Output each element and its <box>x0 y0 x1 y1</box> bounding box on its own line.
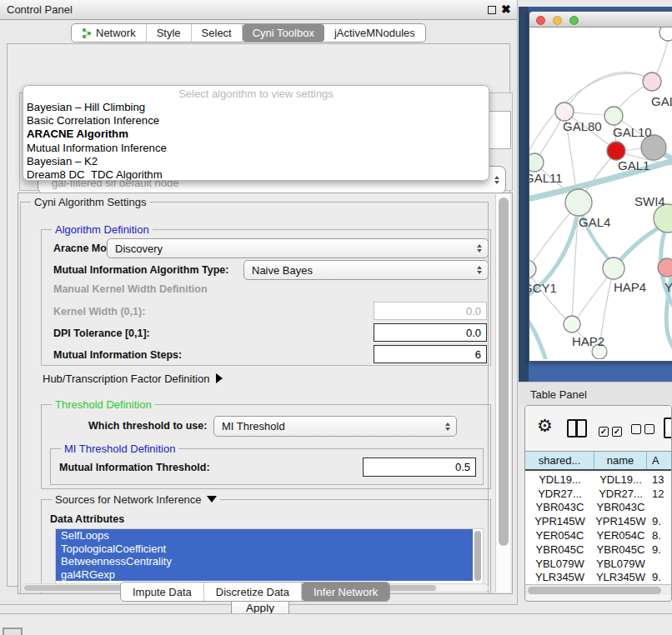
settings-vertical-scrollbar[interactable] <box>495 194 510 592</box>
network-node-label: SWI4 <box>634 194 665 208</box>
table-cell[interactable]: YBR045C <box>594 542 647 557</box>
window-zoom-icon[interactable] <box>569 16 579 25</box>
table-row[interactable]: YER054CYER054C8. <box>525 528 672 542</box>
algorithm-option[interactable]: Bayesian – Hill Climbing <box>23 101 489 114</box>
bottom-area <box>0 614 672 635</box>
data-attribute-item[interactable]: TopologicalCoefficient <box>56 542 473 556</box>
data-attribute-item[interactable]: BetweennessCentrality <box>56 555 473 568</box>
hub-definition-toggle[interactable]: Hub/Transcription Factor Definition <box>43 372 223 385</box>
table-cell[interactable] <box>647 501 672 515</box>
network-canvas[interactable]: GALGAL80GAL10GAL1GAL11GAL4SWI4GCY1HAP4YH… <box>529 28 672 362</box>
mi-threshold-field[interactable]: 0.5 <box>363 458 476 477</box>
gear-icon[interactable]: ⚙ <box>537 416 553 436</box>
table-row[interactable]: YBL079WYBL079W <box>525 557 672 571</box>
tab-impute-data[interactable]: Impute Data <box>121 582 204 601</box>
table-cell[interactable]: 9. <box>647 542 672 557</box>
network-window-titlebar[interactable] <box>529 12 672 28</box>
algorithm-option[interactable]: ARACNE Algorithm <box>23 128 489 141</box>
tab-style[interactable]: Style <box>147 24 192 42</box>
window-close-icon[interactable] <box>536 16 545 25</box>
table-row[interactable]: YDL19...YDL19...13 <box>525 472 672 487</box>
table-cell[interactable]: YBL079W <box>525 557 594 571</box>
table-cell[interactable]: YDL19... <box>594 472 647 487</box>
table-cell[interactable]: 8. <box>647 528 672 542</box>
tab-discretize-data[interactable]: Discretize Data <box>204 582 302 601</box>
algorithm-option[interactable]: Dream8 DC_TDC Algorithm <box>23 168 489 181</box>
network-node[interactable] <box>529 153 544 172</box>
table-cell[interactable] <box>647 557 672 571</box>
attr-rows: SelfLoopsTopologicalCoefficientBetweenne… <box>56 529 483 581</box>
table-cell[interactable]: YPR145W <box>594 514 647 528</box>
attributes-scrollbar[interactable] <box>474 531 481 581</box>
network-node[interactable] <box>529 260 536 278</box>
network-node-label: GAL11 <box>529 171 563 185</box>
table-horizontal-scrollbar[interactable] <box>525 584 672 595</box>
network-node[interactable] <box>604 107 623 125</box>
table-row[interactable]: YPR145WYPR145W9. <box>525 514 672 528</box>
table-row[interactable]: YBR045CYBR045C9. <box>525 542 672 557</box>
algorithm-option[interactable]: Mutual Information Inference <box>23 142 489 155</box>
network-node[interactable] <box>603 258 624 279</box>
network-node[interactable] <box>643 72 661 91</box>
table-cell[interactable]: YDR27... <box>525 487 594 501</box>
sources-group-title[interactable]: Sources for Network Inference <box>52 493 220 506</box>
corner-button[interactable] <box>3 628 23 635</box>
kernel-width-field: 0.0 <box>374 302 487 320</box>
network-node[interactable] <box>565 189 592 216</box>
tab-cyni-toolbox[interactable]: Cyni Toolbox <box>243 24 324 42</box>
table-cell[interactable]: YBR043C <box>594 501 647 515</box>
column-header-name[interactable]: name <box>594 452 647 469</box>
network-node[interactable] <box>659 28 672 41</box>
table-cell[interactable]: 13 <box>647 472 672 487</box>
aracne-mode-combo[interactable]: Discovery <box>107 238 489 258</box>
table-cell[interactable]: YER054C <box>594 528 647 542</box>
data-attribute-item[interactable]: SelfLoops <box>56 529 473 542</box>
new-table-icon[interactable] <box>664 418 672 438</box>
tab-select[interactable]: Select <box>192 24 243 42</box>
table-cell[interactable]: YBL079W <box>594 557 647 571</box>
table-row[interactable]: YDR27...YDR27...12 <box>525 487 672 501</box>
settings-vscroll-thumb[interactable] <box>499 198 509 546</box>
dpi-tolerance-field[interactable]: 0.0 <box>374 323 487 342</box>
which-threshold-combo[interactable]: MI Threshold <box>213 416 457 437</box>
column-header-third[interactable]: A <box>647 452 672 469</box>
table-cell[interactable]: YBR043C <box>525 501 594 515</box>
table-cell[interactable]: 12 <box>647 487 672 501</box>
table-cell[interactable]: YDR27... <box>594 487 647 501</box>
mi-algorithm-type-combo[interactable]: Naive Bayes <box>243 260 489 280</box>
columns-icon[interactable] <box>567 419 587 438</box>
table-cell[interactable]: 9. <box>647 514 672 528</box>
algorithm-option[interactable]: Bayesian – K2 <box>23 155 489 168</box>
data-attribute-item[interactable]: gal4RGexp <box>56 568 473 582</box>
table-cell[interactable]: YER054C <box>525 528 594 542</box>
tab-jactivemnodules[interactable]: jActiveMNodules <box>324 24 425 42</box>
network-node[interactable] <box>658 258 672 277</box>
table-cell[interactable]: YPR145W <box>525 514 594 528</box>
close-panel-icon[interactable]: ✖ <box>501 2 511 16</box>
network-view-window[interactable]: GALGAL80GAL10GAL1GAL11GAL4SWI4GCY1HAP4YH… <box>529 11 672 362</box>
float-window-icon[interactable] <box>488 6 496 14</box>
collapsed-arrow-icon <box>216 373 223 383</box>
mi-steps-field[interactable]: 6 <box>374 345 487 363</box>
cyni-algorithm-settings-group: Cyni Algorithm Settings Algorithm Defini… <box>20 202 489 594</box>
combo-arrows-icon <box>477 244 482 252</box>
table-row[interactable]: YBR043CYBR043C <box>525 501 672 515</box>
table-cell[interactable]: 9. <box>647 571 672 584</box>
tab-infer-network[interactable]: Infer Network <box>302 582 389 601</box>
tab-network[interactable]: Network <box>72 24 147 42</box>
window-minimize-icon[interactable] <box>553 16 562 25</box>
table-cell[interactable]: YDL19... <box>525 472 594 487</box>
table-hscroll-thumb[interactable] <box>528 587 661 594</box>
network-node[interactable] <box>564 316 580 332</box>
column-header-shared-name[interactable]: shared... <box>525 452 594 469</box>
network-node[interactable] <box>555 102 574 121</box>
table-cell[interactable]: YLR345W <box>525 571 594 584</box>
table-cell[interactable]: YLR345W <box>594 571 647 584</box>
select-all-columns-icon[interactable]: ✓✓ <box>599 422 625 438</box>
data-attributes-list[interactable]: SelfLoopsTopologicalCoefficientBetweenne… <box>55 528 484 585</box>
deselect-all-columns-icon[interactable] <box>631 422 658 438</box>
table-row[interactable]: YLR345WYLR345W9. <box>525 571 672 584</box>
network-node[interactable] <box>607 142 625 160</box>
table-cell[interactable]: YBR045C <box>525 542 594 557</box>
algorithm-option[interactable]: Basic Correlation Inference <box>23 114 489 128</box>
